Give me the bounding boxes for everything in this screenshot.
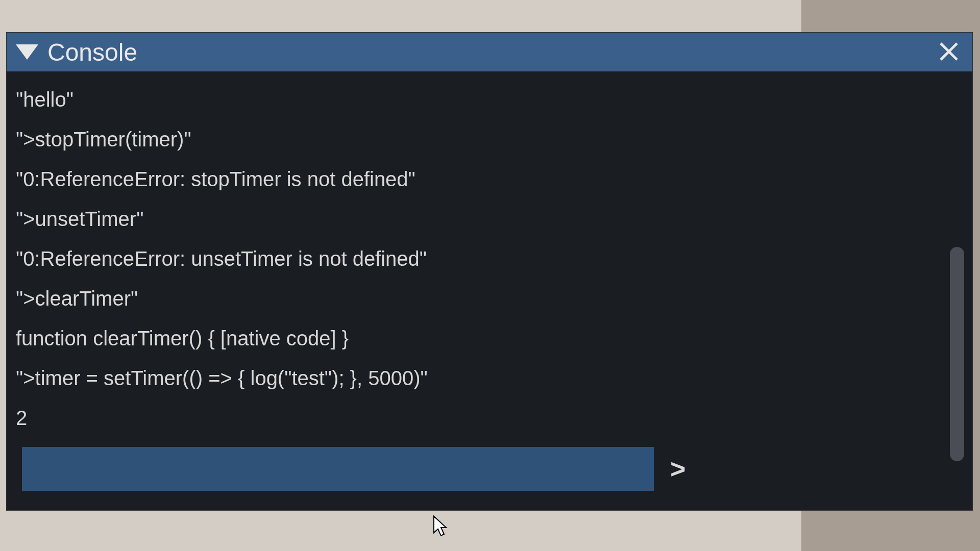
output-line: "0:ReferenceError: stopTimer is not defi… (16, 159, 963, 199)
console-header: Console (7, 33, 972, 71)
console-input[interactable] (22, 447, 654, 491)
cursor-icon (433, 515, 449, 538)
output-line: ">stopTimer(timer)" (16, 119, 963, 159)
console-panel: Console "hello" ">stopTimer(timer)" "0:R… (6, 32, 973, 511)
output-line: "hello" (16, 80, 963, 119)
scrollbar-thumb[interactable] (950, 247, 964, 461)
submit-button[interactable]: > (665, 454, 691, 484)
output-line: "0:ReferenceError: unsetTimer is not def… (16, 239, 963, 279)
output-line: ">timer = setTimer(() => { log("test"); … (16, 358, 963, 398)
console-output[interactable]: "hello" ">stopTimer(timer)" "0:Reference… (7, 71, 972, 441)
output-line: ">unsetTimer" (16, 199, 963, 239)
disclosure-triangle-icon[interactable] (16, 44, 38, 60)
header-left-group: Console (16, 38, 137, 66)
console-input-row: > (7, 441, 972, 504)
close-icon (939, 41, 959, 62)
output-line: 2 (16, 398, 963, 438)
output-line: function clearTimer() { [native code] } (16, 318, 963, 358)
close-button[interactable] (935, 38, 963, 66)
output-line: ">clearTimer" (16, 279, 963, 318)
console-title: Console (47, 38, 137, 66)
